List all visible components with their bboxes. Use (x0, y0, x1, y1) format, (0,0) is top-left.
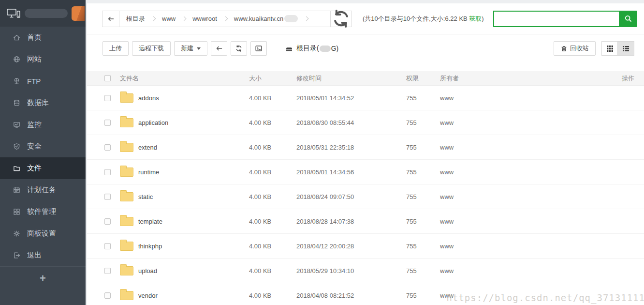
folder-icon[interactable] (120, 266, 133, 275)
logout-icon (13, 251, 21, 259)
file-owner: www (435, 243, 605, 250)
table-row: addons 4.00 KB 2018/05/01 14:34:52 755 w… (87, 86, 644, 110)
breadcrumb-item-wwwroot[interactable]: wwwroot (186, 15, 224, 22)
chart-monitor-icon (13, 121, 21, 129)
row-checkbox[interactable] (104, 218, 111, 225)
file-table: 文件名 大小 修改时间 权限 所有者 操作 addons 4.00 KB 201… (87, 71, 644, 305)
file-name[interactable]: template (138, 218, 162, 225)
arrow-left-icon (107, 15, 115, 23)
file-mtime: 2018/05/01 14:34:52 (292, 94, 401, 102)
breadcrumb-item-www[interactable]: www (155, 15, 182, 22)
file-name[interactable]: vendor (138, 292, 158, 299)
sidebar-item-database[interactable]: 数据库 (0, 92, 86, 114)
table-row: template 4.00 KB 2018/08/28 14:07:38 755… (87, 209, 644, 234)
file-mtime: 2018/08/30 08:55:44 (292, 119, 401, 126)
sidebar-item-site[interactable]: 网站 (0, 48, 86, 70)
file-perm: 755 (401, 292, 435, 299)
row-checkbox[interactable] (104, 194, 111, 200)
folder-icon[interactable] (120, 192, 133, 201)
table-row: runtime 4.00 KB 2018/05/01 14:34:56 755 … (87, 160, 644, 184)
column-header-mtime: 修改时间 (292, 74, 401, 83)
file-name[interactable]: static (138, 193, 153, 200)
search-input[interactable] (493, 11, 619, 27)
folder-icon[interactable] (120, 168, 133, 177)
file-mtime: 2018/08/24 09:07:50 (292, 193, 401, 200)
sidebar-item-home[interactable]: 首页 (0, 27, 86, 48)
file-name[interactable]: addons (138, 94, 159, 102)
column-header-size: 大小 (244, 74, 292, 83)
row-checkbox[interactable] (104, 144, 111, 151)
directory-stats: (共10个目录与10个文件,大小:6.22 KB 获取) (363, 15, 484, 23)
file-perm: 755 (401, 119, 435, 126)
path-refresh-button[interactable] (330, 11, 351, 27)
breadcrumb-item-root[interactable]: 根目录 (119, 15, 152, 23)
calendar-icon (13, 186, 21, 194)
sidebar-item-monitor[interactable]: 监控 (0, 114, 86, 136)
file-owner: www (435, 193, 605, 200)
select-all-checkbox[interactable] (104, 75, 111, 81)
file-size: 4.00 KB (244, 168, 292, 176)
new-dropdown-button[interactable]: 新建 (174, 41, 207, 56)
add-menu-button[interactable]: + (40, 272, 46, 285)
avatar[interactable] (72, 6, 85, 21)
file-owner: www (435, 144, 605, 151)
column-header-name: 文件名 (120, 74, 244, 83)
sidebar-item-logout[interactable]: 退出 (0, 244, 86, 266)
caret-down-icon (197, 47, 201, 50)
row-checkbox[interactable] (104, 169, 111, 175)
table-row: upload 4.00 KB 2018/05/29 10:34:10 755 w… (87, 259, 644, 283)
row-checkbox[interactable] (104, 243, 111, 249)
breadcrumb: 根目录 www wwwroot www.kuaikantv.cn (102, 11, 352, 27)
row-checkbox[interactable] (104, 268, 111, 274)
sidebar-item-config[interactable]: 面板设置 (0, 223, 86, 244)
folder-icon[interactable] (120, 118, 133, 127)
upload-button[interactable]: 上传 (102, 41, 129, 56)
file-name[interactable]: extend (138, 144, 157, 151)
breadcrumb-back-button[interactable] (102, 11, 119, 27)
folder-icon[interactable] (120, 93, 133, 103)
sidebar-item-security[interactable]: 安全 (0, 136, 86, 157)
apps-icon (13, 208, 21, 216)
sidebar-item-cron[interactable]: 计划任务 (0, 179, 86, 201)
terminal-icon (255, 45, 263, 52)
terminal-button[interactable] (250, 41, 267, 56)
root-disk-info[interactable]: 根目录(G) (285, 44, 338, 53)
sidebar-item-ftp[interactable]: FTP (0, 70, 86, 92)
table-row: extend 4.00 KB 2018/05/31 22:35:18 755 w… (87, 135, 644, 160)
file-perm: 755 (401, 267, 435, 274)
table-row: static 4.00 KB 2018/08/24 09:07:50 755 w… (87, 184, 644, 209)
file-name[interactable]: application (138, 119, 168, 126)
list-view-button[interactable] (618, 41, 634, 56)
file-name[interactable]: thinkphp (138, 243, 162, 250)
folder-icon[interactable] (120, 217, 133, 226)
file-table-body: addons 4.00 KB 2018/05/01 14:34:52 755 w… (87, 86, 644, 305)
file-owner: www (435, 218, 605, 225)
grid-view-button[interactable] (601, 41, 618, 56)
chevron-right-icon (304, 16, 309, 21)
remote-download-button[interactable]: 远程下载 (132, 41, 171, 56)
grid-view-icon (606, 45, 614, 52)
search-button[interactable] (619, 11, 637, 27)
sidebar-add-area: + (0, 266, 86, 290)
recycle-bin-button[interactable]: 回收站 (554, 41, 596, 56)
row-checkbox[interactable] (104, 95, 111, 101)
back-button[interactable] (211, 41, 227, 56)
file-name[interactable]: runtime (138, 168, 159, 176)
file-owner: www (435, 267, 605, 274)
gear-icon (13, 229, 21, 238)
folder-icon[interactable] (120, 242, 133, 251)
row-checkbox[interactable] (104, 120, 111, 126)
sidebar-item-soft[interactable]: 软件管理 (0, 201, 86, 223)
file-name[interactable]: upload (138, 267, 157, 274)
view-toggle (601, 41, 634, 56)
file-size: 4.00 KB (244, 243, 292, 250)
breadcrumb-item-site[interactable]: www.kuaikantv.cn (227, 15, 305, 22)
folder-icon[interactable] (120, 143, 133, 152)
folder-icon[interactable] (120, 291, 133, 300)
folder-icon (13, 164, 21, 172)
row-checkbox[interactable] (104, 292, 111, 299)
stats-refresh-link[interactable]: 获取 (469, 15, 482, 22)
file-mtime: 2018/05/29 10:34:10 (292, 267, 401, 274)
sidebar-item-files[interactable]: 文件 (0, 157, 86, 179)
refresh-button[interactable] (231, 41, 247, 56)
